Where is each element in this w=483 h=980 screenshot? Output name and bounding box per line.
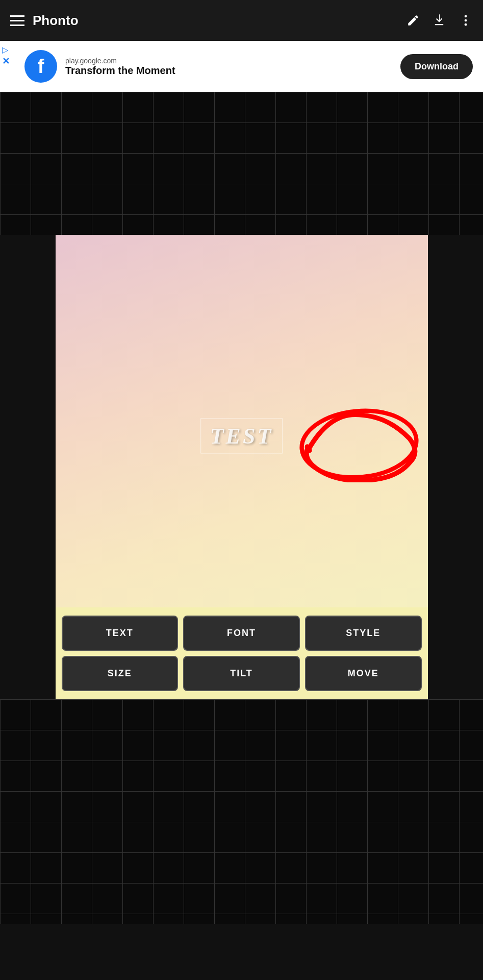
download-icon bbox=[432, 13, 446, 28]
ad-close-icon[interactable]: ✕ bbox=[2, 56, 10, 67]
app-title: Phonto bbox=[33, 13, 79, 29]
svg-point-1 bbox=[465, 19, 467, 22]
nav-right bbox=[406, 13, 473, 28]
font-tool-button[interactable]: FONT bbox=[183, 616, 300, 651]
edit-button[interactable] bbox=[406, 14, 420, 27]
text-tool-button[interactable]: TEXT bbox=[62, 616, 179, 651]
top-navigation-bar: Phonto bbox=[0, 0, 483, 41]
nav-left: Phonto bbox=[10, 13, 79, 29]
ad-play-icon: ▷ bbox=[2, 45, 8, 55]
ad-banner: ▷ ✕ f play.google.com Transform the Mome… bbox=[0, 41, 483, 92]
save-button[interactable] bbox=[432, 13, 446, 28]
move-tool-button[interactable]: MOVE bbox=[305, 656, 422, 691]
ad-left-section: f play.google.com Transform the Moment bbox=[10, 50, 175, 83]
hamburger-line bbox=[10, 24, 24, 26]
tilt-tool-button[interactable]: TILT bbox=[183, 656, 300, 691]
canvas-text: TEST bbox=[210, 424, 273, 449]
ad-site: play.google.com bbox=[65, 57, 175, 65]
ad-controls: ▷ ✕ bbox=[2, 41, 10, 67]
red-circle-annotation bbox=[298, 406, 420, 482]
pencil-icon bbox=[406, 14, 420, 27]
menu-button[interactable] bbox=[10, 15, 24, 26]
canvas-grid-bottom bbox=[0, 699, 483, 924]
canvas-image[interactable]: TEST bbox=[56, 235, 428, 607]
tool-buttons-panel: TEXT FONT STYLE SIZE TILT MOVE bbox=[56, 607, 428, 699]
ad-text: play.google.com Transform the Moment bbox=[65, 57, 175, 77]
text-box[interactable]: TEST bbox=[200, 419, 283, 454]
hamburger-line bbox=[10, 20, 24, 21]
svg-point-2 bbox=[465, 23, 467, 26]
more-vertical-icon bbox=[459, 13, 473, 28]
more-options-button[interactable] bbox=[459, 13, 473, 28]
ad-headline: Transform the Moment bbox=[65, 65, 175, 77]
hamburger-line bbox=[10, 15, 24, 17]
canvas-grid-top bbox=[0, 92, 483, 235]
size-tool-button[interactable]: SIZE bbox=[62, 656, 179, 691]
ad-download-button[interactable]: Download bbox=[400, 54, 473, 79]
svg-point-0 bbox=[465, 15, 467, 18]
style-tool-button[interactable]: STYLE bbox=[305, 616, 422, 651]
canvas-container: TEST TEXT FONT STYLE SIZE TILT MOVE bbox=[56, 235, 428, 699]
facebook-logo: f bbox=[24, 50, 57, 83]
